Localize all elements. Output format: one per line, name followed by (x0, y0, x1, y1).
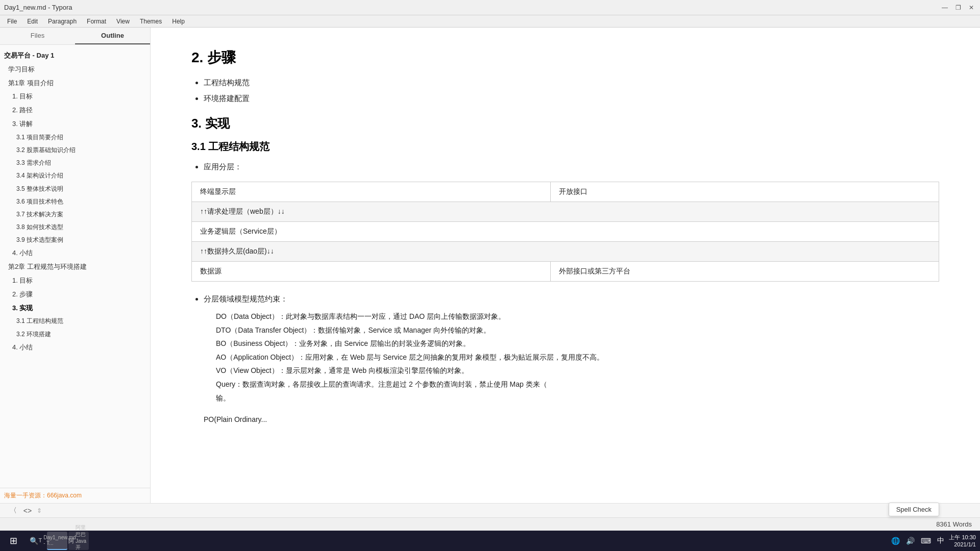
sidebar: Files Outline 交易平台 - Day 1学习目标第1章 项目介绍1.… (0, 28, 151, 503)
table-cell-datasource: 数据源 (192, 262, 551, 282)
menu-item-help[interactable]: Help (167, 15, 190, 27)
spell-check-popup[interactable]: Spell Check (889, 503, 939, 503)
sidebar-item-18[interactable]: 2. 步骤 (0, 288, 150, 302)
start-button[interactable]: ⊞ (4, 532, 22, 550)
table-row-4: ↑↑数据持久层(dao层)↓↓ (192, 242, 939, 262)
table-row-5: 数据源 外部接口或第三方平台 (192, 262, 939, 282)
sidebar-item-15[interactable]: 4. 小结 (0, 246, 150, 260)
table-cell-web-layer: ↑↑请求处理层（web层）↓↓ (192, 202, 939, 222)
domain-po-partial: PO(Plain Ordinary... (204, 413, 939, 427)
sidebar-item-21[interactable]: 3.2 环境搭建 (0, 328, 150, 341)
sidebar-item-7[interactable]: 3.2 股票基础知识介绍 (0, 144, 150, 157)
editor-area[interactable]: 2. 步骤 工程结构规范 环境搭建配置 3. 实现 3.1 工程结构规范 应用分… (151, 28, 980, 503)
table-cell-dao-layer: ↑↑数据持久层(dao层)↓↓ (192, 242, 939, 262)
minimize-button[interactable]: — (940, 3, 949, 12)
window-controls: — ❐ ✕ (940, 3, 976, 12)
tab-files[interactable]: Files (0, 28, 75, 44)
sidebar-tabs: Files Outline (0, 28, 150, 45)
ime-icon[interactable]: 中 (936, 536, 946, 545)
sidebar-footer: 海量一手资源：666java.com (0, 488, 150, 503)
sidebar-item-20[interactable]: 3.1 工程结构规范 (0, 315, 150, 328)
network-icon[interactable]: 🌐 (890, 537, 901, 545)
table-row-3: 业务逻辑层（Service层） (192, 222, 939, 242)
sidebar-item-9[interactable]: 3.4 架构设计介绍 (0, 169, 150, 182)
maximize-button[interactable]: ❐ (953, 3, 963, 12)
taskbar-right: 🌐 🔊 ⌨ 中 上午 10:30 2021/1/1 (890, 534, 976, 548)
menu-item-edit[interactable]: Edit (22, 15, 43, 27)
sidebar-item-1[interactable]: 学习目标 (0, 63, 150, 77)
domain-intro: 分层领域模型规范约束： DO（Data Object）：此对象与数据库表结构一一… (204, 292, 939, 405)
domain-vo: VO（View Object）：显示层对象，通常是 Web 向模板渲染引擎层传输… (216, 364, 939, 378)
clock: 上午 10:30 2021/1/1 (949, 534, 976, 548)
keyboard-icon[interactable]: ⌨ (919, 537, 933, 545)
sidebar-item-17[interactable]: 1. 目标 (0, 274, 150, 288)
layering-label: 应用分层： (204, 160, 939, 173)
taskbar-apps: T Day1_new.md - T... 阿 阿里巴巴Java开发... (47, 532, 89, 550)
table-cell-external-api: 外部接口或第三方平台 (550, 262, 939, 282)
layering-bullet: 应用分层： (204, 160, 939, 173)
section31-heading: 3.1 工程结构规范 (191, 140, 939, 154)
prev-nav-button[interactable]: 〈 (8, 506, 18, 516)
menu-item-themes[interactable]: Themes (135, 15, 167, 27)
taskbar-alibaba[interactable]: 阿 阿里巴巴Java开发... (68, 532, 89, 550)
taskbar-typora[interactable]: T Day1_new.md - T... (47, 532, 67, 550)
taskbar-alibaba-icon: 阿 (68, 537, 74, 545)
menu-item-format[interactable]: Format (82, 15, 111, 27)
step-item-2: 环境搭建配置 (204, 91, 939, 105)
section3-heading: 3. 实现 (191, 115, 939, 132)
menu-item-file[interactable]: File (2, 15, 22, 27)
domain-query: Query：数据查询对象，各层接收上层的查询请求。注意超过 2 个参数的查询封装… (216, 378, 939, 391)
section2-heading: 2. 步骤 (191, 48, 939, 67)
domain-do: DO（Data Object）：此对象与数据库表结构一一对应，通过 DAO 层向… (216, 310, 939, 323)
table-cell-service-layer: 业务逻辑层（Service层） (192, 222, 939, 242)
domain-bo: BO（Business Object）：业务对象，由 Service 层输出的封… (216, 337, 939, 350)
table-cell-open-api: 开放接口 (550, 182, 939, 202)
document-content: 2. 步骤 工程结构规范 环境搭建配置 3. 实现 3.1 工程结构规范 应用分… (191, 48, 939, 427)
sidebar-item-13[interactable]: 3.8 如何技术选型 (0, 221, 150, 234)
taskbar: ⊞ 🔍 T Day1_new.md - T... 阿 阿里巴巴Java开发...… (0, 531, 980, 551)
architecture-table: 终端显示层 开放接口 ↑↑请求处理层（web层）↓↓ 业务逻辑层（Service… (191, 182, 939, 282)
sidebar-item-8[interactable]: 3.3 需求介绍 (0, 157, 150, 169)
menubar: FileEditParagraphFormatViewThemesHelp (0, 15, 980, 28)
main-layout: Files Outline 交易平台 - Day 1学习目标第1章 项目介绍1.… (0, 28, 980, 503)
sidebar-item-5[interactable]: 3. 讲解 (0, 117, 150, 131)
taskbar-alibaba-text: 阿里巴巴Java开发... (76, 524, 89, 552)
word-count: 8361 Words (936, 520, 972, 528)
steps-list: 工程结构规范 环境搭建配置 (204, 76, 939, 105)
sidebar-item-10[interactable]: 3.5 整体技术说明 (0, 183, 150, 195)
bottom-nav: 〈 <> ⇕ (0, 503, 980, 517)
volume-icon[interactable]: 🔊 (904, 537, 916, 545)
domain-model-bullet: 分层领域模型规范约束： DO（Data Object）：此对象与数据库表结构一一… (204, 292, 939, 405)
sidebar-item-12[interactable]: 3.7 技术解决方案 (0, 208, 150, 221)
sidebar-item-4[interactable]: 2. 路径 (0, 104, 150, 117)
table-row-2: ↑↑请求处理层（web层）↓↓ (192, 202, 939, 222)
sidebar-item-19[interactable]: 3. 实现 (0, 302, 150, 315)
taskbar-typora-label: T (38, 537, 42, 543)
table-cell-terminal: 终端显示层 (192, 182, 551, 202)
table-row-1: 终端显示层 开放接口 (192, 182, 939, 202)
step-item-1: 工程结构规范 (204, 76, 939, 89)
code-view-button[interactable]: <> (22, 506, 33, 516)
sidebar-item-11[interactable]: 3.6 项目技术特色 (0, 195, 150, 208)
close-button[interactable]: ✕ (967, 3, 976, 12)
sidebar-item-0[interactable]: 交易平台 - Day 1 (0, 49, 150, 63)
sidebar-item-16[interactable]: 第2章 工程规范与环境搭建 (0, 260, 150, 274)
window-title: Day1_new.md - Typora (4, 4, 72, 11)
domain-dto: DTO（Data Transfer Object）：数据传输对象，Service… (216, 323, 939, 337)
titlebar: Day1_new.md - Typora — ❐ ✕ (0, 0, 980, 15)
sidebar-item-3[interactable]: 1. 目标 (0, 90, 150, 104)
sidebar-item-2[interactable]: 第1章 项目介绍 (0, 77, 150, 90)
domain-query-cont: 输。 (216, 391, 939, 405)
sidebar-item-6[interactable]: 3.1 项目简要介绍 (0, 131, 150, 144)
tab-outline[interactable]: Outline (75, 28, 150, 44)
menu-item-paragraph[interactable]: Paragraph (43, 15, 82, 27)
menu-item-view[interactable]: View (111, 15, 135, 27)
sidebar-item-14[interactable]: 3.9 技术选型案例 (0, 234, 150, 246)
domain-ao: AO（Application Object）：应用对象，在 Web 层与 Ser… (216, 350, 939, 364)
sidebar-content: 交易平台 - Day 1学习目标第1章 项目介绍1. 目标2. 路径3. 讲解3… (0, 45, 150, 488)
domain-list: DO（Data Object）：此对象与数据库表结构一一对应，通过 DAO 层向… (216, 310, 939, 405)
status-bar: 8361 Words (0, 517, 980, 531)
sidebar-item-22[interactable]: 4. 小结 (0, 341, 150, 355)
